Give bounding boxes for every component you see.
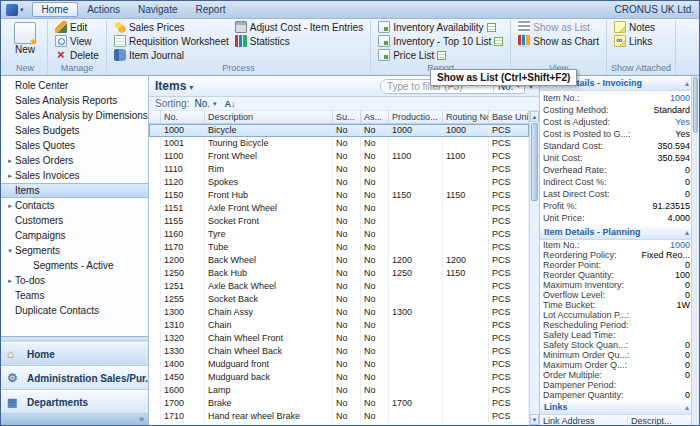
cell-production-bom[interactable] [389, 228, 443, 241]
row-selector[interactable] [149, 280, 161, 293]
table-row[interactable]: 1155 Socket Front No No PCS [149, 215, 529, 228]
row-selector[interactable] [149, 150, 161, 163]
cell-description[interactable]: Mudguard back [205, 371, 333, 384]
cell-production-bom[interactable]: 1700 [389, 397, 443, 410]
field-value[interactable]: 350.594 [653, 140, 690, 152]
cell-base-unit[interactable]: PCS [489, 228, 529, 241]
cell-production-bom[interactable] [389, 280, 443, 293]
cell-no[interactable]: 1155 [161, 215, 205, 228]
table-row[interactable]: 1120 Spokes No No PCS [149, 176, 529, 189]
sidebar-item[interactable]: Items [1, 183, 148, 198]
cell-no[interactable]: 1120 [161, 176, 205, 189]
field-value[interactable]: 0 [681, 164, 690, 176]
cell-base-unit[interactable]: PCS [489, 358, 529, 371]
cell-routing-no[interactable] [443, 163, 489, 176]
cell-no[interactable]: 1310 [161, 319, 205, 332]
table-row[interactable]: 1300 Chain Assy No No 1300 PCS [149, 306, 529, 319]
sidebar-item[interactable]: Campaigns [1, 228, 148, 243]
cell-substitutes[interactable]: No [333, 332, 361, 345]
notes-button[interactable]: Notes [611, 20, 658, 34]
field-value[interactable]: 0 [681, 280, 690, 290]
cell-description[interactable]: Back Hub [205, 267, 333, 280]
cell-production-bom[interactable] [389, 384, 443, 397]
links-button[interactable]: Links [611, 34, 655, 48]
configure-buttons-icon[interactable]: » [139, 414, 144, 424]
show-as-list-button[interactable]: Show as List [515, 20, 593, 34]
field-value[interactable] [686, 320, 690, 330]
table-row[interactable]: 1150 Front Hub No No 1150 1150 PCS [149, 189, 529, 202]
column-header[interactable]: As... [361, 111, 389, 123]
cell-substitutes[interactable]: No [333, 241, 361, 254]
field-value[interactable]: 0 [681, 176, 690, 188]
cell-routing-no[interactable] [443, 319, 489, 332]
row-selector[interactable] [149, 202, 161, 215]
app-icon[interactable] [6, 4, 18, 16]
cell-substitutes[interactable]: No [333, 176, 361, 189]
field-value[interactable]: 0 [681, 350, 690, 360]
price-list-button[interactable]: Price List [375, 48, 449, 62]
row-selector[interactable] [149, 293, 161, 306]
column-header[interactable]: Routing No. [443, 111, 489, 123]
field-value[interactable]: 0 [681, 360, 690, 370]
inventory-availability-button[interactable]: Inventory Availability [375, 20, 498, 34]
cell-production-bom[interactable] [389, 176, 443, 189]
cell-description[interactable]: Bicycle [205, 124, 333, 137]
cell-substitutes[interactable]: No [333, 319, 361, 332]
row-selector[interactable] [149, 410, 161, 423]
cell-production-bom[interactable] [389, 202, 443, 215]
collapse-icon[interactable]: ▴ [685, 403, 689, 412]
table-row[interactable]: 1001 Touring Bicycle No No PCS [149, 137, 529, 150]
cell-assembly[interactable]: No [361, 371, 389, 384]
factbox-scrollbar[interactable] [691, 76, 699, 425]
menu-tab[interactable]: Report [186, 3, 234, 16]
cell-routing-no[interactable] [443, 410, 489, 423]
requisition-worksheet-button[interactable]: Requisition Worksheet [111, 34, 232, 48]
row-selector[interactable] [149, 241, 161, 254]
cell-description[interactable]: Front Hub [205, 189, 333, 202]
table-row[interactable]: 1151 Axle Front Wheel No No PCS [149, 202, 529, 215]
cell-no[interactable]: 1600 [161, 384, 205, 397]
cell-substitutes[interactable]: No [333, 124, 361, 137]
cell-routing-no[interactable] [443, 137, 489, 150]
cell-routing-no[interactable] [443, 228, 489, 241]
cell-no[interactable]: 1160 [161, 228, 205, 241]
cell-base-unit[interactable]: PCS [489, 397, 529, 410]
cell-assembly[interactable]: No [361, 358, 389, 371]
cell-no[interactable]: 1110 [161, 163, 205, 176]
sidebar-item[interactable]: Segments - Active [1, 258, 148, 273]
factbox-planning-header[interactable]: Item Details - Planning ▴ [540, 225, 693, 240]
sales-prices-button[interactable]: Sales Prices [111, 20, 232, 34]
cell-no[interactable]: 1251 [161, 280, 205, 293]
cell-assembly[interactable]: No [361, 397, 389, 410]
cell-assembly[interactable]: No [361, 150, 389, 163]
cell-base-unit[interactable]: PCS [489, 410, 529, 423]
scrollbar-thumb[interactable] [693, 77, 698, 133]
administration-nav-button[interactable]: ⚙Administration Sales/Pur... [1, 366, 148, 390]
cell-routing-no[interactable] [443, 332, 489, 345]
row-selector[interactable] [149, 267, 161, 280]
sidebar-item[interactable]: Role Center [1, 78, 148, 93]
cell-no[interactable]: 1450 [161, 371, 205, 384]
sidebar-item[interactable]: Teams [1, 288, 148, 303]
field-value[interactable]: Yes [671, 128, 690, 140]
cell-substitutes[interactable]: No [333, 345, 361, 358]
item-journal-button[interactable]: Item Journal [111, 48, 232, 62]
cell-substitutes[interactable]: No [333, 280, 361, 293]
cell-description[interactable]: Axle Back Wheel [205, 280, 333, 293]
row-selector[interactable] [149, 345, 161, 358]
cell-assembly[interactable]: No [361, 202, 389, 215]
cell-substitutes[interactable]: No [333, 371, 361, 384]
field-value[interactable] [686, 330, 690, 340]
cell-description[interactable]: Chain [205, 319, 333, 332]
field-value[interactable]: Fixed Reo... [637, 250, 690, 260]
cell-routing-no[interactable]: 1200 [443, 254, 489, 267]
cell-assembly[interactable]: No [361, 228, 389, 241]
adjust-cost-button[interactable]: Adjust Cost - Item Entries [232, 20, 366, 34]
cell-production-bom[interactable]: 1150 [389, 189, 443, 202]
field-value[interactable]: 0 [681, 340, 690, 350]
cell-base-unit[interactable]: PCS [489, 150, 529, 163]
cell-production-bom[interactable] [389, 215, 443, 228]
cell-substitutes[interactable]: No [333, 384, 361, 397]
cell-substitutes[interactable]: No [333, 267, 361, 280]
menu-tab[interactable]: Home [32, 2, 79, 17]
